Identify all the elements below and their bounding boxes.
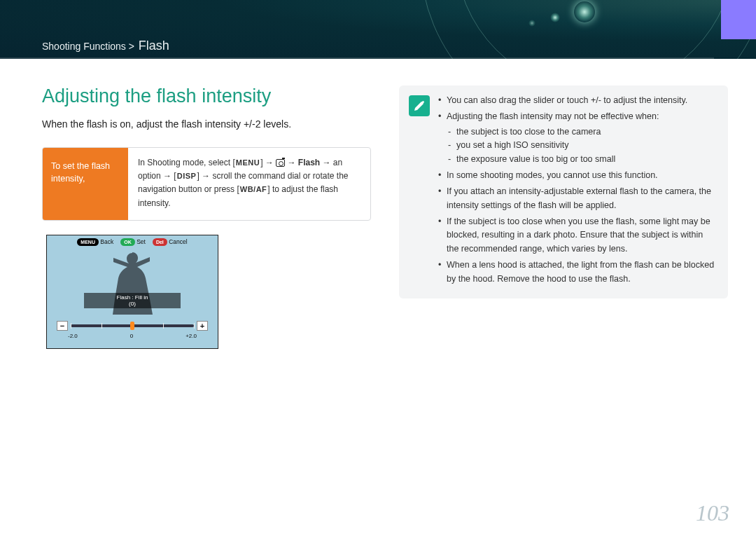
slider-thumb[interactable] xyxy=(130,322,134,330)
breadcrumb-section: Flash xyxy=(139,39,169,53)
note-item: You can also drag the slider or touch +/… xyxy=(438,94,717,107)
note-subitem: the exposure value is too big or too sma… xyxy=(447,153,717,166)
note-item: If you attach an intensity-adjustable ex… xyxy=(438,185,717,212)
t: ] → xyxy=(260,158,276,167)
instruction-label: To set the flash intensity, xyxy=(43,148,128,220)
slider-track[interactable] xyxy=(71,324,194,327)
flash-label: Flash xyxy=(298,158,320,167)
lcd-preview: MENU Back OK Set Del Cancel Flash : Fill… xyxy=(46,235,218,349)
corner-tab xyxy=(721,0,756,39)
plus-button[interactable]: + xyxy=(197,321,208,331)
intensity-slider[interactable]: − + xyxy=(57,321,208,331)
notes-box: You can also drag the slider or touch +/… xyxy=(399,85,728,298)
breadcrumb-path: Shooting Functions > xyxy=(42,41,134,52)
instruction-box: To set the flash intensity, In Shooting … xyxy=(42,147,371,221)
page-number: 103 xyxy=(696,500,729,526)
slider-scale: -2.0 0 +2.0 xyxy=(68,333,197,339)
note-item: If the subject is too close when you use… xyxy=(438,215,717,256)
lcd-top-bar: MENU Back OK Set Del Cancel xyxy=(47,238,218,246)
note-item: Adjusting the flash intensity may not be… xyxy=(438,110,717,166)
t: → xyxy=(285,158,298,167)
notes-list: You can also drag the slider or touch +/… xyxy=(438,94,717,289)
scale-mid: 0 xyxy=(130,333,133,339)
disp-button-label: DISP xyxy=(176,170,197,183)
note-item: When a lens hood is attached, the light … xyxy=(438,259,717,286)
header-band: Shooting Functions > Flash xyxy=(0,0,756,59)
strip-title: Flash : Fill in xyxy=(84,294,181,301)
cancel-label: Cancel xyxy=(169,238,187,245)
minus-button[interactable]: − xyxy=(57,321,68,331)
note-subitem: the subject is too close to the camera xyxy=(447,125,717,139)
scale-lo: -2.0 xyxy=(68,333,78,339)
flash-mode-strip: Flash : Fill in (0) xyxy=(84,293,181,308)
camera-icon xyxy=(276,159,285,167)
wb-af-button-label: WB/AF xyxy=(239,184,268,196)
page-title: Adjusting the flash intensity xyxy=(42,85,371,107)
menu-pill: MENU xyxy=(77,238,99,246)
header-decor xyxy=(518,0,700,42)
del-pill: Del xyxy=(153,238,167,246)
menu-button-label: MENU xyxy=(235,157,260,170)
lead-text: When the flash is on, adjust the flash i… xyxy=(42,117,371,132)
t: In Shooting mode, select [ xyxy=(138,158,235,167)
set-label: Set xyxy=(136,238,146,245)
instruction-desc: In Shooting mode, select [MENU] → → Flas… xyxy=(128,148,370,220)
scale-hi: +2.0 xyxy=(186,333,197,339)
back-label: Back xyxy=(100,238,113,245)
ok-pill: OK xyxy=(120,238,135,246)
note-subitem: you set a high ISO sensitivity xyxy=(447,139,717,152)
strip-value: (0) xyxy=(84,301,181,308)
note-text: Adjusting the flash intensity may not be… xyxy=(447,111,659,121)
pencil-note-icon xyxy=(409,95,430,116)
note-item: In some shooting modes, you cannot use t… xyxy=(438,169,717,182)
breadcrumb: Shooting Functions > Flash xyxy=(42,39,169,53)
